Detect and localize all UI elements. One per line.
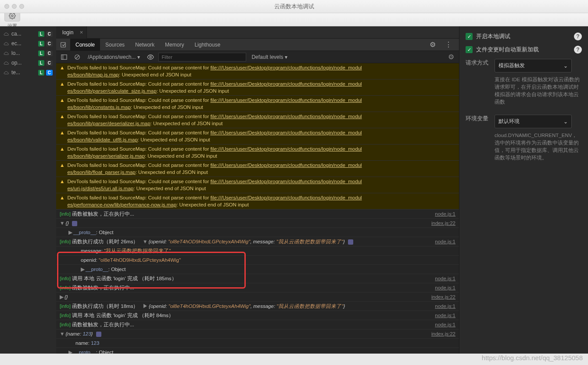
warning-icon: ▲ [60, 145, 65, 159]
source-link[interactable]: node.js:1 [435, 312, 455, 319]
console-output[interactable]: ▲DevTools failed to load SourceMap: Coul… [56, 63, 459, 354]
more-icon[interactable]: ⋮ [441, 39, 455, 51]
env-var-label: 环境变量 [466, 115, 488, 123]
source-link[interactable]: node.js:1 [435, 238, 455, 245]
devtools-panel: login× Console Sources Network Memory Li… [56, 26, 459, 354]
filter-input[interactable] [158, 53, 246, 61]
auto-reload-label: 文件变更时自动重新加载 [476, 46, 539, 54]
function-item[interactable]: op...LC [0, 58, 56, 68]
source-link[interactable]: node.js:1 [435, 275, 455, 282]
console-log[interactable]: ▼{} index.js:22 [56, 219, 459, 228]
source-link[interactable]: node.js:1 [435, 210, 455, 217]
warning-icon: ▲ [60, 80, 65, 94]
source-link[interactable]: index.js:22 [431, 330, 455, 337]
console-log[interactable]: message: "我从云函数把数据带回来了" [56, 246, 459, 256]
console-warning[interactable]: ▲DevTools failed to load SourceMap: Coul… [56, 161, 459, 177]
file-tabbar: login× [56, 26, 459, 39]
chevron-down-icon: ⌄ [563, 63, 568, 69]
tab-console[interactable]: Console [70, 39, 100, 51]
svg-rect-2 [61, 54, 67, 59]
console-log[interactable]: ▼{name: 123} index.js:22 [56, 329, 459, 339]
console-log[interactable]: ▶__proto__: Object [56, 228, 459, 237]
warning-icon: ▲ [60, 129, 65, 143]
tab-sources[interactable]: Sources [100, 39, 130, 51]
env-var-hint: cloud.DYNAMIC_CURRENT_ENV，选中的环境将作为云函数中该变… [495, 132, 582, 162]
chevron-down-icon: ⌄ [563, 119, 568, 125]
devtools-tabs: Console Sources Network Memory Lighthous… [56, 39, 459, 51]
toolbar: 设置 [0, 13, 588, 26]
inspect-icon[interactable] [56, 39, 70, 51]
console-log[interactable]: [info] 函数执行成功（耗时 18ms） ▶{openid: "ol8eT4… [56, 302, 459, 311]
levels-selector[interactable]: Default levels ▾ [249, 54, 290, 60]
eye-icon[interactable] [145, 52, 156, 62]
source-link[interactable]: node.js:1 [435, 303, 455, 310]
console-log[interactable]: [info] 调用 本地 云函数 'login' 完成 （耗时 185ms）no… [56, 274, 459, 283]
svg-rect-1 [61, 42, 66, 47]
console-log[interactable]: openid: "ol8eT4hOD9HtxdLGPcteyxAh4Wig" [56, 256, 459, 265]
function-item[interactable]: ca...LC [0, 29, 56, 39]
warning-icon: ▲ [60, 113, 65, 127]
source-link[interactable]: node.js:1 [435, 321, 455, 328]
warning-icon: ▲ [60, 162, 65, 176]
warning-icon: ▲ [60, 194, 65, 208]
right-panel: ✓开启本地调试? ✓文件变更时自动重新加载? 请求方式 模拟器触发⌄ 直接在 I… [459, 26, 588, 354]
console-log[interactable]: [info] 函数被触发，正在执行中...node.js:1 [56, 283, 459, 293]
watermark: https://blog.csdn.net/qq_38125058 [482, 354, 583, 361]
request-method-hint: 直接在 IDE 模拟器触发对该云函数的请求即可，在开启云函数本地调试时模拟器的请… [495, 76, 582, 106]
help-icon[interactable]: ? [574, 46, 582, 54]
sidebar-toggle-icon[interactable] [59, 52, 69, 62]
console-warning[interactable]: ▲DevTools failed to load SourceMap: Coul… [56, 128, 459, 145]
tab-lighthouse[interactable]: Lighthouse [189, 39, 226, 51]
titlebar: 云函数本地调试 [0, 0, 588, 13]
svg-line-5 [76, 55, 79, 58]
enable-local-label: 开启本地调试 [476, 33, 510, 40]
source-link[interactable]: index.js:22 [431, 293, 455, 300]
request-method-select[interactable]: 模拟器触发⌄ [495, 59, 572, 72]
svg-point-0 [11, 15, 13, 17]
function-item[interactable]: te...LC [0, 68, 56, 77]
console-warning[interactable]: ▲DevTools failed to load SourceMap: Coul… [56, 177, 459, 193]
console-warning[interactable]: ▲DevTools failed to load SourceMap: Coul… [56, 112, 459, 128]
traffic-lights[interactable] [4, 4, 24, 9]
file-tab-login[interactable]: login× [56, 26, 87, 39]
check-icon: ✓ [466, 33, 473, 40]
console-warning[interactable]: ▲DevTools failed to load SourceMap: Coul… [56, 145, 459, 161]
gear-icon[interactable]: ⚙ [426, 39, 440, 51]
source-link[interactable]: node.js:1 [435, 284, 455, 291]
help-icon[interactable]: ? [574, 33, 582, 40]
window-title: 云函数本地调试 [274, 3, 314, 11]
tab-network[interactable]: Network [130, 39, 160, 51]
request-method-label: 请求方式 [466, 59, 488, 67]
console-log[interactable]: [info] 函数执行成功（耗时 26ms） ▼{openid: "ol8eT4… [56, 237, 459, 246]
svg-point-6 [150, 56, 151, 58]
function-item[interactable]: lo...LC [0, 48, 56, 58]
console-log[interactable]: [info] 函数被触发，正在执行中...node.js:1 [56, 320, 459, 329]
warning-icon: ▲ [60, 64, 65, 78]
warning-icon: ▲ [60, 97, 65, 111]
env-var-select[interactable]: 默认环境⌄ [495, 115, 572, 128]
function-sidebar: ca...LCec...LClo...LCop...LCte...LC [0, 26, 56, 354]
function-item[interactable]: ec...LC [0, 39, 56, 48]
console-log[interactable]: [info] 函数被触发，正在执行中...node.js:1 [56, 210, 459, 219]
console-log[interactable]: ▶__proto__: Object [56, 265, 459, 274]
console-warning[interactable]: ▲DevTools failed to load SourceMap: Coul… [56, 63, 459, 80]
context-selector[interactable]: /Applications/wech... ▾ [85, 54, 143, 60]
tab-memory[interactable]: Memory [160, 39, 189, 51]
warning-icon: ▲ [60, 178, 65, 192]
checkbox-auto-reload[interactable]: ✓文件变更时自动重新加载? [466, 46, 582, 54]
console-warning[interactable]: ▲DevTools failed to load SourceMap: Coul… [56, 193, 459, 210]
console-filterbar: /Applications/wech... ▾ Default levels ▾… [56, 51, 459, 63]
console-warning[interactable]: ▲DevTools failed to load SourceMap: Coul… [56, 96, 459, 112]
console-log[interactable]: [info] 调用 本地 云函数 'login' 完成 （耗时 84ms）nod… [56, 311, 459, 320]
console-settings-icon[interactable]: ⚙ [446, 52, 456, 62]
console-log[interactable]: ▶__proto__: Object [56, 348, 459, 354]
console-warning[interactable]: ▲DevTools failed to load SourceMap: Coul… [56, 80, 459, 96]
checkbox-enable-local[interactable]: ✓开启本地调试? [466, 33, 582, 40]
check-icon: ✓ [466, 46, 473, 53]
clear-console-icon[interactable] [72, 52, 82, 62]
console-log[interactable]: name: 123 [56, 339, 459, 348]
source-link[interactable]: index.js:22 [431, 220, 455, 227]
console-log[interactable]: ▶{}index.js:22 [56, 293, 459, 302]
close-icon[interactable]: × [80, 29, 83, 36]
